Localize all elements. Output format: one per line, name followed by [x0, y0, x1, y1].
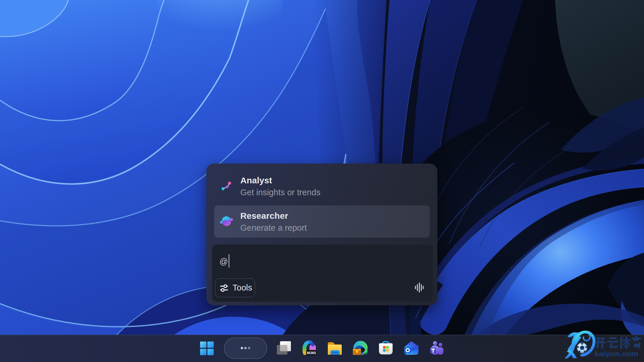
svg-text:M365: M365 — [307, 351, 316, 355]
svg-text:kaiyun.com: kaiyun.com — [595, 350, 638, 358]
